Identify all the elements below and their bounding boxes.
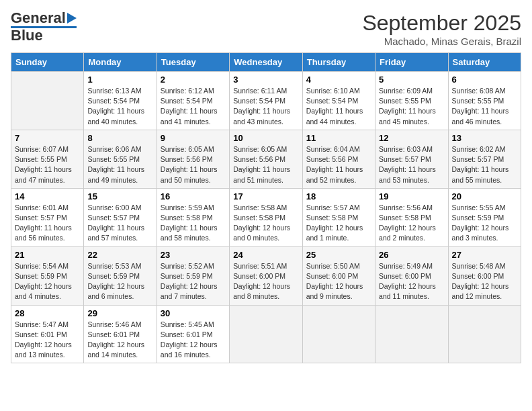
day-cell: 24Sunrise: 5:51 AMSunset: 6:00 PMDayligh…: [230, 246, 302, 305]
day-number: 8: [87, 133, 152, 143]
day-info: Sunrise: 5:54 AMSunset: 5:59 PMDaylight:…: [15, 261, 80, 302]
week-row-3: 14Sunrise: 6:01 AMSunset: 5:57 PMDayligh…: [11, 188, 521, 246]
col-header-thursday: Thursday: [302, 53, 375, 72]
day-info: Sunrise: 6:13 AMSunset: 5:54 PMDaylight:…: [87, 86, 152, 127]
day-cell: 26Sunrise: 5:49 AMSunset: 6:00 PMDayligh…: [375, 246, 448, 305]
day-cell: 25Sunrise: 5:50 AMSunset: 6:00 PMDayligh…: [302, 246, 375, 305]
day-cell: [230, 305, 302, 363]
day-cell: 14Sunrise: 6:01 AMSunset: 5:57 PMDayligh…: [11, 188, 84, 246]
week-row-4: 21Sunrise: 5:54 AMSunset: 5:59 PMDayligh…: [11, 246, 521, 305]
day-info: Sunrise: 5:51 AMSunset: 6:00 PMDaylight:…: [233, 261, 298, 302]
day-cell: 3Sunrise: 6:11 AMSunset: 5:54 PMDaylight…: [230, 72, 302, 130]
day-number: 26: [379, 250, 444, 260]
day-info: Sunrise: 6:09 AMSunset: 5:55 PMDaylight:…: [379, 86, 444, 127]
day-cell: 8Sunrise: 6:06 AMSunset: 5:55 PMDaylight…: [84, 130, 157, 188]
day-number: 22: [87, 250, 152, 260]
day-info: Sunrise: 6:10 AMSunset: 5:54 PMDaylight:…: [306, 86, 371, 127]
title-block: September 2025 Machado, Minas Gerais, Br…: [362, 11, 521, 47]
day-cell: 4Sunrise: 6:10 AMSunset: 5:54 PMDaylight…: [302, 72, 375, 130]
month-title: September 2025: [362, 11, 521, 36]
day-info: Sunrise: 6:02 AMSunset: 5:57 PMDaylight:…: [452, 144, 517, 185]
day-number: 2: [161, 75, 226, 85]
day-number: 3: [233, 75, 298, 85]
day-info: Sunrise: 5:46 AMSunset: 6:01 PMDaylight:…: [87, 320, 152, 361]
day-number: 11: [306, 133, 371, 143]
week-row-1: 1Sunrise: 6:13 AMSunset: 5:54 PMDaylight…: [11, 72, 521, 130]
logo: General Blue: [11, 11, 77, 43]
day-cell: 21Sunrise: 5:54 AMSunset: 5:59 PMDayligh…: [11, 246, 84, 305]
day-number: 27: [452, 250, 517, 260]
calendar-table: SundayMondayTuesdayWednesdayThursdayFrid…: [11, 52, 521, 363]
logo-arrow-icon: [67, 13, 77, 24]
day-number: 28: [15, 308, 80, 318]
page-header: General Blue September 2025 Machado, Min…: [11, 11, 521, 47]
day-number: 13: [452, 133, 517, 143]
day-number: 7: [15, 133, 80, 143]
day-info: Sunrise: 6:04 AMSunset: 5:56 PMDaylight:…: [306, 144, 371, 185]
day-number: 25: [306, 250, 371, 260]
day-info: Sunrise: 5:47 AMSunset: 6:01 PMDaylight:…: [15, 320, 80, 361]
day-info: Sunrise: 5:55 AMSunset: 5:59 PMDaylight:…: [452, 203, 517, 244]
day-cell: 12Sunrise: 6:03 AMSunset: 5:57 PMDayligh…: [375, 130, 448, 188]
day-number: 23: [161, 250, 226, 260]
day-cell: 20Sunrise: 5:55 AMSunset: 5:59 PMDayligh…: [448, 188, 521, 246]
day-info: Sunrise: 5:59 AMSunset: 5:58 PMDaylight:…: [161, 203, 226, 244]
col-header-monday: Monday: [84, 53, 157, 72]
day-cell: 29Sunrise: 5:46 AMSunset: 6:01 PMDayligh…: [84, 305, 157, 363]
day-number: 17: [233, 191, 298, 201]
day-info: Sunrise: 5:56 AMSunset: 5:58 PMDaylight:…: [379, 203, 444, 244]
week-row-2: 7Sunrise: 6:07 AMSunset: 5:55 PMDaylight…: [11, 130, 521, 188]
day-cell: 7Sunrise: 6:07 AMSunset: 5:55 PMDaylight…: [11, 130, 84, 188]
day-cell: [448, 305, 521, 363]
day-cell: 9Sunrise: 6:05 AMSunset: 5:56 PMDaylight…: [157, 130, 229, 188]
day-number: 30: [161, 308, 226, 318]
day-info: Sunrise: 5:49 AMSunset: 6:00 PMDaylight:…: [379, 261, 444, 302]
day-info: Sunrise: 6:05 AMSunset: 5:56 PMDaylight:…: [233, 144, 298, 185]
day-number: 24: [233, 250, 298, 260]
day-number: 20: [452, 191, 517, 201]
day-cell: 17Sunrise: 5:58 AMSunset: 5:58 PMDayligh…: [230, 188, 302, 246]
day-cell: [375, 305, 448, 363]
col-header-friday: Friday: [375, 53, 448, 72]
day-info: Sunrise: 5:57 AMSunset: 5:58 PMDaylight:…: [306, 203, 371, 244]
day-cell: 5Sunrise: 6:09 AMSunset: 5:55 PMDaylight…: [375, 72, 448, 130]
day-info: Sunrise: 5:53 AMSunset: 5:59 PMDaylight:…: [87, 261, 152, 302]
day-info: Sunrise: 6:05 AMSunset: 5:56 PMDaylight:…: [161, 144, 226, 185]
day-number: 19: [379, 191, 444, 201]
day-number: 15: [87, 191, 152, 201]
day-info: Sunrise: 5:52 AMSunset: 5:59 PMDaylight:…: [161, 261, 226, 302]
day-cell: 13Sunrise: 6:02 AMSunset: 5:57 PMDayligh…: [448, 130, 521, 188]
day-number: 12: [379, 133, 444, 143]
day-number: 10: [233, 133, 298, 143]
day-info: Sunrise: 5:58 AMSunset: 5:58 PMDaylight:…: [233, 203, 298, 244]
day-cell: 10Sunrise: 6:05 AMSunset: 5:56 PMDayligh…: [230, 130, 302, 188]
day-number: 6: [452, 75, 517, 85]
logo-general: General: [11, 11, 66, 26]
day-cell: [302, 305, 375, 363]
day-info: Sunrise: 5:50 AMSunset: 6:00 PMDaylight:…: [306, 261, 371, 302]
day-number: 16: [161, 191, 226, 201]
day-cell: 15Sunrise: 6:00 AMSunset: 5:57 PMDayligh…: [84, 188, 157, 246]
day-cell: 19Sunrise: 5:56 AMSunset: 5:58 PMDayligh…: [375, 188, 448, 246]
day-number: 29: [87, 308, 152, 318]
day-info: Sunrise: 6:06 AMSunset: 5:55 PMDaylight:…: [87, 144, 152, 185]
day-info: Sunrise: 5:48 AMSunset: 6:00 PMDaylight:…: [452, 261, 517, 302]
day-info: Sunrise: 6:00 AMSunset: 5:57 PMDaylight:…: [87, 203, 152, 244]
location: Machado, Minas Gerais, Brazil: [362, 36, 521, 47]
logo-blue: Blue: [11, 28, 43, 43]
day-cell: [11, 72, 84, 130]
day-info: Sunrise: 6:12 AMSunset: 5:54 PMDaylight:…: [161, 86, 226, 127]
day-cell: 1Sunrise: 6:13 AMSunset: 5:54 PMDaylight…: [84, 72, 157, 130]
day-cell: 2Sunrise: 6:12 AMSunset: 5:54 PMDaylight…: [157, 72, 229, 130]
col-header-wednesday: Wednesday: [230, 53, 302, 72]
day-info: Sunrise: 6:03 AMSunset: 5:57 PMDaylight:…: [379, 144, 444, 185]
day-cell: 30Sunrise: 5:45 AMSunset: 6:01 PMDayligh…: [157, 305, 229, 363]
day-number: 14: [15, 191, 80, 201]
day-cell: 27Sunrise: 5:48 AMSunset: 6:00 PMDayligh…: [448, 246, 521, 305]
day-cell: 6Sunrise: 6:08 AMSunset: 5:55 PMDaylight…: [448, 72, 521, 130]
calendar-body: 1Sunrise: 6:13 AMSunset: 5:54 PMDaylight…: [11, 72, 521, 363]
day-number: 4: [306, 75, 371, 85]
day-cell: 23Sunrise: 5:52 AMSunset: 5:59 PMDayligh…: [157, 246, 229, 305]
day-number: 5: [379, 75, 444, 85]
day-info: Sunrise: 5:45 AMSunset: 6:01 PMDaylight:…: [161, 320, 226, 361]
